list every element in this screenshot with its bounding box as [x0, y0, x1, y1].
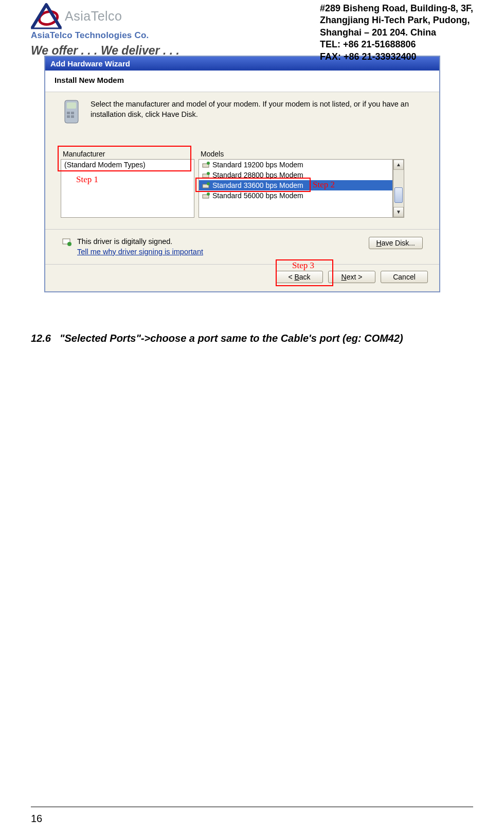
label-models: Models	[199, 150, 393, 158]
driver-signing-link[interactable]: Tell me why driver signing is important	[77, 248, 203, 256]
back-button[interactable]: < Back	[276, 271, 323, 283]
footer-rule	[31, 807, 473, 807]
svg-rect-4	[71, 112, 74, 114]
have-disk-button[interactable]: Have Disk...	[369, 237, 423, 249]
modem-item-icon	[202, 182, 210, 189]
scrollbar-up-button[interactable]: ▲	[393, 160, 404, 170]
section-12-6: 12.6 "Selected Ports"->choose a port sam…	[31, 333, 473, 344]
list-item[interactable]: Standard 19200 bps Modem	[199, 160, 392, 170]
list-item-label: Standard 19200 bps Modem	[212, 161, 303, 169]
list-item-label: Standard 56000 bps Modem	[212, 191, 303, 200]
list-item[interactable]: Standard 56000 bps Modem	[199, 190, 392, 201]
tagline: We offer . . . We deliver . . .	[31, 44, 195, 58]
address-line: FAX: +86 21-33932400	[320, 51, 473, 63]
svg-point-8	[207, 162, 210, 165]
company-logo-icon	[31, 3, 62, 29]
address-line: #289 Bisheng Road, Building-8, 3F,	[320, 3, 473, 14]
next-button[interactable]: Next >	[328, 271, 375, 283]
certificate-icon	[62, 238, 72, 247]
list-item-label[interactable]: (Standard Modem Types)	[64, 161, 146, 169]
logo-block: AsiaTelco AsiaTelco Technologies Co. We …	[31, 3, 195, 58]
company-address: #289 Bisheng Road, Building-8, 3F, Zhang…	[320, 3, 473, 63]
logo-name: AsiaTelco	[65, 9, 122, 24]
annotation-step3-label: Step 3	[292, 260, 314, 271]
svg-rect-2	[67, 102, 76, 109]
modem-item-icon	[202, 161, 210, 168]
svg-point-14	[207, 193, 210, 196]
address-line: TEL: +86 21-51688806	[320, 39, 473, 50]
svg-point-16	[67, 242, 71, 246]
address-line: Zhangjiang Hi-Tech Park, Pudong,	[320, 14, 473, 26]
logo-subtitle: AsiaTelco Technologies Co.	[31, 30, 195, 41]
list-item[interactable]: Standard 28800 bps Modem	[199, 170, 392, 180]
list-item-label: Standard 28800 bps Modem	[212, 171, 303, 179]
list-item-label: Standard 33600 bps Modem	[212, 181, 303, 189]
list-item: (Standard Modem Types)	[61, 160, 194, 170]
svg-point-12	[207, 182, 210, 185]
svg-rect-5	[67, 115, 70, 118]
modem-item-icon	[202, 171, 210, 179]
section-number: 12.6	[31, 333, 53, 344]
modem-item-icon	[202, 192, 210, 199]
cancel-button[interactable]: Cancel	[381, 271, 428, 283]
section-text: "Selected Ports"->choose a port same to …	[60, 333, 403, 344]
svg-rect-6	[71, 115, 74, 118]
svg-rect-3	[67, 112, 70, 114]
scrollbar-thumb[interactable]	[394, 187, 403, 203]
wizard-instruction: Select the manufacturer and model of you…	[91, 99, 424, 119]
page-number: 16	[31, 813, 42, 825]
modem-device-icon	[61, 99, 82, 127]
scrollbar-down-button[interactable]: ▼	[393, 207, 404, 217]
driver-signed-text: This driver is digitally signed.	[77, 237, 203, 247]
manufacturer-listbox[interactable]: (Standard Modem Types)	[61, 159, 194, 218]
address-line: Shanghai – 201 204. China	[320, 27, 473, 39]
annotation-step2-label: Step 2	[313, 180, 335, 190]
wizard-heading: Install New Modem	[45, 71, 439, 92]
models-listbox[interactable]: Standard 19200 bps Modem Standard 28800 …	[199, 159, 393, 218]
add-hardware-wizard-window: Add Hardware Wizard Install New Modem Se…	[44, 56, 440, 292]
annotation-step1-label: Step 1	[76, 175, 98, 185]
label-manufacturer: Manufacturer	[61, 150, 194, 158]
svg-point-10	[207, 172, 210, 175]
models-scrollbar[interactable]: ▲ ▼	[393, 159, 404, 218]
document-header: AsiaTelco AsiaTelco Technologies Co. We …	[31, 3, 473, 63]
list-item-selected[interactable]: Standard 33600 bps Modem	[199, 180, 392, 190]
